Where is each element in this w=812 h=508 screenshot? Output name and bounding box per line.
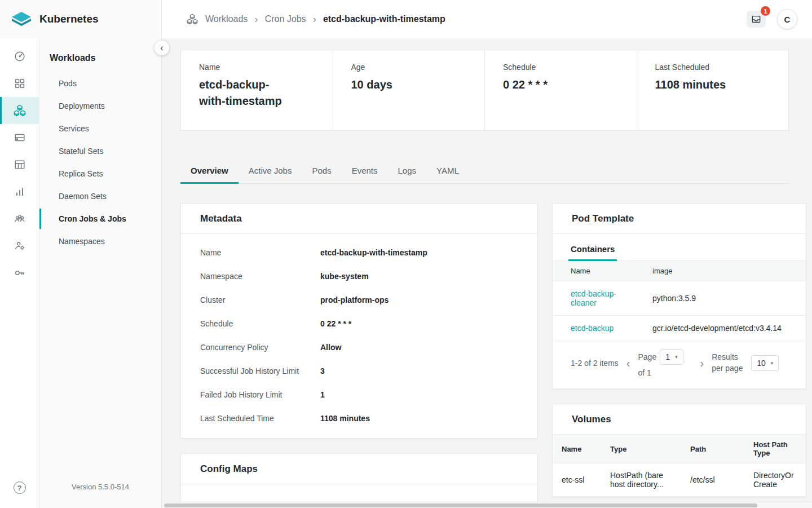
tab-overview[interactable]: Overview xyxy=(180,166,239,183)
tab-yaml[interactable]: YAML xyxy=(426,166,469,183)
horizontal-scrollbar xyxy=(162,502,812,508)
pagination-page-group: Page 1 ▾ of 1 xyxy=(638,349,692,377)
table-row: etc-ssl HostPath (bare host directory...… xyxy=(553,463,806,497)
sidebar-item-deployments[interactable]: Deployments xyxy=(39,95,161,117)
sidebar-item-label: Services xyxy=(59,124,89,133)
volumes-card: Volumes Name Type Path Host Path Type xyxy=(552,404,806,497)
metadata-label: Schedule xyxy=(200,319,320,328)
sidebar-item-label: Namespaces xyxy=(59,237,105,246)
sidebar-item-namespaces[interactable]: Namespaces xyxy=(39,230,161,253)
sidebar-collapse-button[interactable]: ‹ xyxy=(155,41,169,55)
column-header-name: Name xyxy=(553,261,646,281)
metadata-value: prod-platform-ops xyxy=(320,295,389,304)
nav-rail-item-access[interactable] xyxy=(0,205,39,232)
metadata-title: Metadata xyxy=(181,204,537,234)
sidebar-item-cron-jobs[interactable]: Cron Jobs & Jobs xyxy=(39,207,161,230)
help-button[interactable]: ? xyxy=(0,476,39,499)
help-icon: ? xyxy=(14,482,26,494)
container-name-link[interactable]: etcd-backup xyxy=(553,316,646,341)
tab-logs[interactable]: Logs xyxy=(387,166,426,183)
chevron-right-icon: › xyxy=(254,14,258,25)
metadata-card: Metadata Name etcd-backup-with-timestamp… xyxy=(180,203,537,439)
summary-card-label: Last Scheduled xyxy=(655,63,775,72)
volumes-title: Volumes xyxy=(553,404,806,435)
metadata-label: Concurrency Policy xyxy=(200,343,320,352)
results-select-value: 10 xyxy=(757,359,766,368)
tab-containers[interactable]: Containers xyxy=(571,244,615,260)
container-image: python:3.5.9 xyxy=(646,281,806,316)
metadata-value: etcd-backup-with-timestamp xyxy=(320,248,427,257)
tab-pods[interactable]: Pods xyxy=(302,166,341,183)
sidebar-body: ? Workloads Pods Deployments Services St… xyxy=(0,38,161,508)
blocks-icon xyxy=(14,77,26,90)
page-content: Name etcd-backup-with-timestamp Age 10 d… xyxy=(162,38,812,508)
container-name-link[interactable]: etcd-backup-cleaner xyxy=(553,281,646,316)
sidebar-item-daemon-sets[interactable]: Daemon Sets xyxy=(39,185,161,207)
sidebar-item-label: Deployments xyxy=(59,101,105,111)
nav-rail-item-nodes[interactable] xyxy=(0,70,39,97)
chevron-left-icon[interactable]: ‹ xyxy=(625,357,632,369)
metadata-row: Successful Job History Limit 3 xyxy=(200,359,518,383)
pagination: 1-2 of 2 items ‹ Page 1 ▾ of 1 › xyxy=(553,341,806,388)
sidebar-item-label: Pods xyxy=(59,79,77,88)
breadcrumb-workloads[interactable]: Workloads xyxy=(205,14,248,24)
metadata-label: Last Scheduled Time xyxy=(200,414,320,423)
volumes-table-header: Name Type Path Host Path Type xyxy=(553,435,806,463)
summary-card-age: Age 10 days xyxy=(333,50,485,130)
column-header-host-path-type: Host Path Type xyxy=(747,435,806,463)
user-gear-icon xyxy=(14,240,26,252)
metadata-value: 3 xyxy=(320,366,325,376)
nav-rail-spacer xyxy=(0,286,39,476)
metadata-label: Cluster xyxy=(200,295,320,304)
avatar[interactable]: C xyxy=(777,9,797,29)
sidebar-item-replica-sets[interactable]: Replica Sets xyxy=(39,162,161,185)
workloads-cubes-icon xyxy=(186,13,198,25)
horizontal-scrollbar-thumb[interactable] xyxy=(164,503,757,507)
tab-events[interactable]: Events xyxy=(342,166,388,183)
detail-tabs: Overview Active Jobs Pods Events Logs YA… xyxy=(180,166,789,184)
inbox-tray-icon xyxy=(751,14,762,25)
config-maps-title: Config Maps xyxy=(181,454,537,484)
nav-rail-item-dashboard[interactable] xyxy=(0,43,39,70)
metadata-value: 1 xyxy=(320,390,325,399)
column-header-name: Name xyxy=(553,435,603,463)
summary-cards: Name etcd-backup-with-timestamp Age 10 d… xyxy=(180,50,789,131)
sidebar-item-pods[interactable]: Pods xyxy=(39,72,161,95)
sidebar-section-title: Workloads xyxy=(39,52,161,72)
nav-rail-item-storage[interactable] xyxy=(0,124,39,151)
results-per-page-select[interactable]: 10 ▾ xyxy=(751,355,779,371)
summary-card-value: 0 22 * * * xyxy=(503,77,589,93)
metadata-row: Cluster prod-platform-ops xyxy=(200,288,518,312)
sidebar: Kubernetes xyxy=(0,0,162,508)
page-select[interactable]: 1 ▾ xyxy=(660,349,683,365)
column-header-image: image xyxy=(646,261,806,281)
metadata-row: Name etcd-backup-with-timestamp xyxy=(200,241,518,264)
nav-rail-item-workloads[interactable] xyxy=(0,97,39,124)
sidebar-item-services[interactable]: Services xyxy=(39,117,161,140)
table-row: etcd-backup gcr.io/etcd-development/etcd… xyxy=(553,316,806,341)
chevron-left-icon: ‹ xyxy=(160,43,163,52)
nav-rail-item-metrics[interactable] xyxy=(0,178,39,205)
breadcrumb-cron-jobs[interactable]: Cron Jobs xyxy=(265,14,306,24)
nav-rail-item-secrets[interactable] xyxy=(0,259,39,286)
page-label: Page xyxy=(638,352,657,361)
metadata-row: Namespace kube-system xyxy=(200,264,518,288)
caret-down-icon: ▾ xyxy=(771,360,774,366)
tab-active-jobs[interactable]: Active Jobs xyxy=(239,166,302,183)
user-group-icon xyxy=(14,213,26,225)
nav-rail-item-config[interactable] xyxy=(0,151,39,178)
metrics-icon xyxy=(14,185,26,198)
volumes-table: Name Type Path Host Path Type etc-ssl Ho… xyxy=(553,435,806,497)
sidebar-item-label: Stateful Sets xyxy=(59,147,103,156)
results-per-page-label: Results per page xyxy=(712,352,744,374)
column-header-type: Type xyxy=(603,435,683,463)
volume-path: /etc/ssl xyxy=(683,463,747,497)
page-of-label: of 1 xyxy=(638,368,651,377)
container-image: gcr.io/etcd-development/etcd:v3.4.14 xyxy=(646,316,806,341)
chevron-right-icon[interactable]: › xyxy=(699,357,705,369)
sidebar-item-stateful-sets[interactable]: Stateful Sets xyxy=(39,140,161,162)
notifications-button[interactable]: 1 xyxy=(747,11,766,28)
nav-rail-item-service-accounts[interactable] xyxy=(0,232,39,259)
left-column: Metadata Name etcd-backup-with-timestamp… xyxy=(180,203,537,508)
metadata-value: kube-system xyxy=(320,272,369,281)
